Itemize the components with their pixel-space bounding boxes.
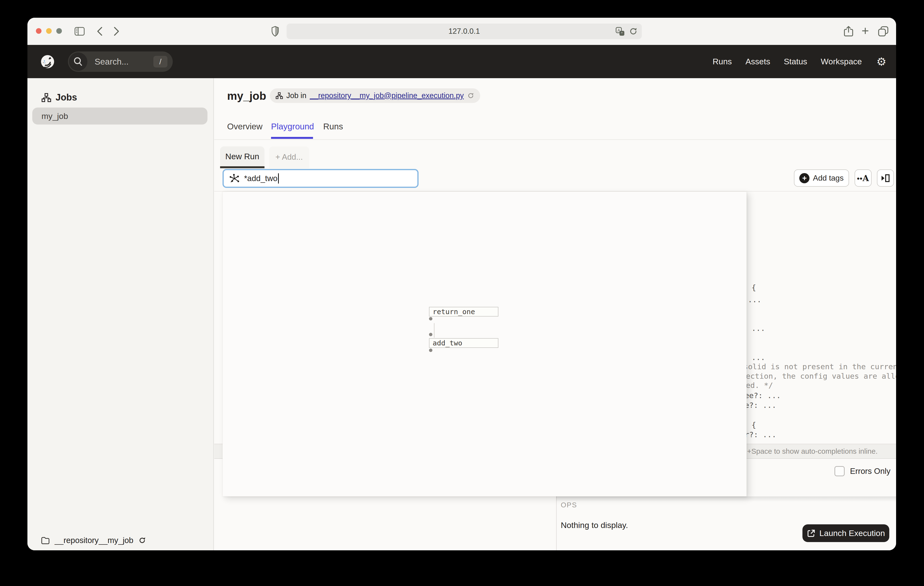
play-panel-icon [880,173,891,183]
close-button[interactable] [36,28,41,34]
ops-empty-text: Nothing to display. [561,520,628,530]
nav-assets[interactable]: Assets [746,57,770,66]
app-header: Search... / Runs Assets Status Workspace… [27,45,896,78]
url-text: 127.0.0.1 [287,23,642,39]
dag-node-add-two[interactable]: add_two [429,338,498,348]
external-link-icon [807,529,815,538]
launch-execution-button[interactable]: Launch Execution [802,524,889,542]
top-nav: Runs Assets Status Workspace [713,45,862,78]
tab-overview-icon[interactable] [878,26,889,37]
whitespace-font-icon: ••A [857,173,869,183]
gear-icon[interactable]: ⚙ [876,45,886,78]
page-title: my_job [227,89,266,103]
nav-runs[interactable]: Runs [713,57,732,66]
errors-only-label: Errors Only [850,466,891,476]
ops-section-title: OPS [561,501,577,509]
dag-output-dot [429,349,432,352]
folder-icon [41,536,50,544]
dag-edge [434,323,435,338]
active-tab-underline [271,137,313,139]
badge-prefix: Job in [286,91,307,100]
shield-icon[interactable] [272,26,279,36]
autocomplete-hint-text: +Space to show auto-completions inline. [747,444,878,458]
dag-preview-canvas[interactable]: return_one add_two [223,192,747,497]
svg-text:*: * [621,31,623,35]
repo-refresh-icon[interactable] [138,536,146,544]
search-icon [69,53,87,71]
browser-chrome: 127.0.0.1 A * [27,18,896,45]
reload-icon[interactable] [629,27,638,36]
minimize-button[interactable] [46,28,52,34]
sidebar-item-label: my_job [41,108,208,124]
jobs-icon [41,93,51,103]
launch-execution-label: Launch Execution [819,528,885,538]
browser-window: 127.0.0.1 A * [27,18,896,550]
autocomplete-toggle-button[interactable]: ••A [855,169,871,187]
search-placeholder: Search... [95,51,129,72]
zoom-button[interactable] [56,28,62,34]
dag-node-return-one[interactable]: return_one [429,307,498,316]
app-body: Jobs my_job __repository__my_job [27,78,896,550]
main-panel: my_job Job in __repository__my_job@pipel… [214,78,896,550]
address-bar[interactable]: 127.0.0.1 A * [287,23,642,39]
dag-input-dot [429,333,432,336]
new-tab-icon[interactable]: + [860,23,871,40]
run-tab-new-run[interactable]: New Run [220,146,264,168]
op-selector-value: *add_two [244,174,277,183]
jobs-sidebar: Jobs my_job __repository__my_job [27,78,214,550]
share-icon[interactable] [843,26,854,37]
expand-panel-button[interactable] [877,169,894,187]
sidebar-header: Jobs [41,92,77,103]
back-icon[interactable] [96,26,103,36]
dag-output-dot [429,317,432,320]
plus-circle-icon: + [799,173,810,183]
run-tab-add-label: + Add... [269,146,309,168]
text-cursor [278,173,279,184]
add-tags-button[interactable]: + Add tags [794,169,849,187]
editor-comment-line[interactable]: solid is not present in the current [744,361,896,372]
nav-workspace[interactable]: Workspace [821,57,862,66]
errors-only-checkbox[interactable] [835,466,845,476]
job-icon [276,92,283,99]
dagster-logo[interactable] [41,55,54,69]
tab-playground[interactable]: Playground [271,121,314,132]
repo-name: __repository__my_job [54,536,134,545]
ops-panel-shadow [556,497,896,502]
tab-overview[interactable]: Overview [227,121,262,132]
dag-node-label: return_one [432,307,498,316]
add-tags-label: Add tags [813,174,843,182]
sidebar-toggle-icon[interactable] [74,27,85,36]
forward-icon[interactable] [113,26,120,36]
job-location-badge: Job in __repository__my_job@pipeline_exe… [270,88,480,103]
editor-line[interactable]: ... [748,294,761,305]
translate-icon[interactable]: A * [615,27,625,36]
tabs-divider [214,139,896,140]
run-tab-label: New Run [220,146,264,166]
search-input[interactable]: Search... / [68,51,173,72]
badge-repo-link[interactable]: __repository__my_job@pipeline_execution.… [310,91,464,100]
badge-refresh-icon[interactable] [467,92,474,99]
sidebar-item-my-job[interactable]: my_job [32,108,208,124]
op-selector-input[interactable]: *add_two [223,169,419,188]
nav-status[interactable]: Status [784,57,807,66]
repo-row[interactable]: __repository__my_job [27,530,213,550]
sidebar-title: Jobs [56,92,77,103]
search-shortcut-key: / [153,56,167,68]
dag-node-label: add_two [432,339,498,348]
op-selector-icon [229,173,240,184]
run-tab-add[interactable]: + Add... [269,146,309,168]
run-tab-active-bar [220,166,264,168]
tab-runs[interactable]: Runs [323,121,343,132]
